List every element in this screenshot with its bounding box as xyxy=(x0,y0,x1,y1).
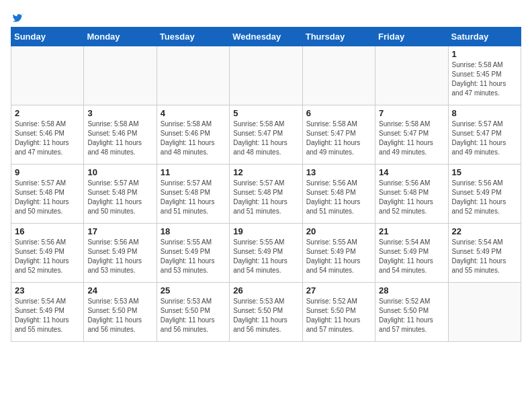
calendar-header-row: SundayMondayTuesdayWednesdayThursdayFrid… xyxy=(11,28,521,46)
day-number: 28 xyxy=(379,285,444,295)
day-info: Sunrise: 5:58 AM Sunset: 5:47 PM Dayligh… xyxy=(379,120,444,157)
day-number: 8 xyxy=(452,108,517,118)
day-number: 15 xyxy=(452,167,517,177)
calendar-cell: 22Sunrise: 5:54 AM Sunset: 5:49 PM Dayli… xyxy=(448,224,521,283)
weekday-header-saturday: Saturday xyxy=(448,28,521,46)
weekday-header-wednesday: Wednesday xyxy=(230,28,302,46)
day-number: 26 xyxy=(233,285,298,295)
calendar-cell: 11Sunrise: 5:57 AM Sunset: 5:48 PM Dayli… xyxy=(157,165,229,224)
calendar-cell xyxy=(11,46,84,105)
day-info: Sunrise: 5:54 AM Sunset: 5:49 PM Dayligh… xyxy=(452,238,517,275)
day-info: Sunrise: 5:57 AM Sunset: 5:48 PM Dayligh… xyxy=(233,179,298,216)
day-info: Sunrise: 5:57 AM Sunset: 5:48 PM Dayligh… xyxy=(161,179,226,216)
day-number: 20 xyxy=(306,226,371,236)
day-info: Sunrise: 5:57 AM Sunset: 5:48 PM Dayligh… xyxy=(87,179,152,216)
calendar-cell: 13Sunrise: 5:56 AM Sunset: 5:48 PM Dayli… xyxy=(302,165,375,224)
calendar-cell xyxy=(84,46,157,105)
day-info: Sunrise: 5:56 AM Sunset: 5:49 PM Dayligh… xyxy=(452,179,517,216)
day-number: 22 xyxy=(452,226,517,236)
day-info: Sunrise: 5:58 AM Sunset: 5:46 PM Dayligh… xyxy=(87,120,152,157)
calendar-cell: 21Sunrise: 5:54 AM Sunset: 5:49 PM Dayli… xyxy=(375,224,448,283)
day-info: Sunrise: 5:58 AM Sunset: 5:47 PM Dayligh… xyxy=(306,120,371,157)
calendar-cell: 9Sunrise: 5:57 AM Sunset: 5:48 PM Daylig… xyxy=(11,165,84,224)
calendar-cell: 2Sunrise: 5:58 AM Sunset: 5:46 PM Daylig… xyxy=(11,105,84,165)
day-number: 16 xyxy=(15,226,80,236)
day-info: Sunrise: 5:58 AM Sunset: 5:46 PM Dayligh… xyxy=(161,120,226,157)
day-info: Sunrise: 5:56 AM Sunset: 5:49 PM Dayligh… xyxy=(87,238,152,275)
calendar-cell xyxy=(302,46,375,105)
weekday-header-friday: Friday xyxy=(375,28,448,46)
calendar-cell xyxy=(230,46,302,105)
calendar-cell xyxy=(157,46,229,105)
calendar-week-2: 2Sunrise: 5:58 AM Sunset: 5:46 PM Daylig… xyxy=(11,105,521,165)
calendar-cell: 19Sunrise: 5:55 AM Sunset: 5:49 PM Dayli… xyxy=(230,224,302,283)
day-number: 3 xyxy=(87,108,152,118)
calendar-cell xyxy=(375,46,448,105)
day-number: 19 xyxy=(233,226,298,236)
day-number: 2 xyxy=(15,108,80,118)
day-info: Sunrise: 5:57 AM Sunset: 5:48 PM Dayligh… xyxy=(15,179,80,216)
calendar-cell: 28Sunrise: 5:52 AM Sunset: 5:50 PM Dayli… xyxy=(375,283,448,342)
calendar-week-3: 9Sunrise: 5:57 AM Sunset: 5:48 PM Daylig… xyxy=(11,165,521,224)
calendar-cell: 17Sunrise: 5:56 AM Sunset: 5:49 PM Dayli… xyxy=(84,224,157,283)
day-info: Sunrise: 5:56 AM Sunset: 5:48 PM Dayligh… xyxy=(306,179,371,216)
logo-bird-icon xyxy=(12,11,24,23)
calendar-cell: 7Sunrise: 5:58 AM Sunset: 5:47 PM Daylig… xyxy=(375,105,448,165)
calendar-cell: 16Sunrise: 5:56 AM Sunset: 5:49 PM Dayli… xyxy=(11,224,84,283)
day-number: 24 xyxy=(87,285,152,295)
day-info: Sunrise: 5:52 AM Sunset: 5:50 PM Dayligh… xyxy=(379,297,444,334)
weekday-header-tuesday: Tuesday xyxy=(157,28,229,46)
day-number: 10 xyxy=(87,167,152,177)
calendar-cell: 8Sunrise: 5:57 AM Sunset: 5:47 PM Daylig… xyxy=(448,105,521,165)
calendar-week-1: 1Sunrise: 5:58 AM Sunset: 5:45 PM Daylig… xyxy=(11,46,521,105)
day-number: 18 xyxy=(161,226,226,236)
day-number: 4 xyxy=(161,108,226,118)
weekday-header-sunday: Sunday xyxy=(11,28,84,46)
day-number: 12 xyxy=(233,167,298,177)
day-number: 21 xyxy=(379,226,444,236)
calendar-cell: 20Sunrise: 5:55 AM Sunset: 5:49 PM Dayli… xyxy=(302,224,375,283)
calendar-cell: 27Sunrise: 5:52 AM Sunset: 5:50 PM Dayli… xyxy=(302,283,375,342)
day-info: Sunrise: 5:53 AM Sunset: 5:50 PM Dayligh… xyxy=(233,297,298,334)
logo xyxy=(11,11,24,21)
day-number: 27 xyxy=(306,285,371,295)
day-number: 5 xyxy=(233,108,298,118)
calendar-cell: 14Sunrise: 5:56 AM Sunset: 5:48 PM Dayli… xyxy=(375,165,448,224)
day-info: Sunrise: 5:58 AM Sunset: 5:45 PM Dayligh… xyxy=(452,60,517,98)
day-number: 9 xyxy=(15,167,80,177)
day-info: Sunrise: 5:53 AM Sunset: 5:50 PM Dayligh… xyxy=(161,297,226,334)
day-info: Sunrise: 5:55 AM Sunset: 5:49 PM Dayligh… xyxy=(306,238,371,275)
day-info: Sunrise: 5:53 AM Sunset: 5:50 PM Dayligh… xyxy=(87,297,152,334)
calendar-cell: 15Sunrise: 5:56 AM Sunset: 5:49 PM Dayli… xyxy=(448,165,521,224)
calendar-table: SundayMondayTuesdayWednesdayThursdayFrid… xyxy=(11,27,521,342)
day-info: Sunrise: 5:58 AM Sunset: 5:47 PM Dayligh… xyxy=(233,120,298,157)
calendar-week-4: 16Sunrise: 5:56 AM Sunset: 5:49 PM Dayli… xyxy=(11,224,521,283)
calendar-cell: 12Sunrise: 5:57 AM Sunset: 5:48 PM Dayli… xyxy=(230,165,302,224)
calendar-cell: 1Sunrise: 5:58 AM Sunset: 5:45 PM Daylig… xyxy=(448,46,521,105)
calendar-cell: 26Sunrise: 5:53 AM Sunset: 5:50 PM Dayli… xyxy=(230,283,302,342)
calendar-cell: 3Sunrise: 5:58 AM Sunset: 5:46 PM Daylig… xyxy=(84,105,157,165)
day-info: Sunrise: 5:57 AM Sunset: 5:47 PM Dayligh… xyxy=(452,120,517,157)
page-header xyxy=(11,11,521,21)
weekday-header-monday: Monday xyxy=(84,28,157,46)
calendar-week-5: 23Sunrise: 5:54 AM Sunset: 5:49 PM Dayli… xyxy=(11,283,521,342)
day-number: 13 xyxy=(306,167,371,177)
day-info: Sunrise: 5:55 AM Sunset: 5:49 PM Dayligh… xyxy=(233,238,298,275)
day-info: Sunrise: 5:55 AM Sunset: 5:49 PM Dayligh… xyxy=(161,238,226,275)
day-number: 14 xyxy=(379,167,444,177)
day-info: Sunrise: 5:54 AM Sunset: 5:49 PM Dayligh… xyxy=(15,297,80,334)
day-number: 25 xyxy=(161,285,226,295)
calendar-cell: 25Sunrise: 5:53 AM Sunset: 5:50 PM Dayli… xyxy=(157,283,229,342)
calendar-cell xyxy=(448,283,521,342)
calendar-cell: 5Sunrise: 5:58 AM Sunset: 5:47 PM Daylig… xyxy=(230,105,302,165)
day-info: Sunrise: 5:52 AM Sunset: 5:50 PM Dayligh… xyxy=(306,297,371,334)
day-number: 17 xyxy=(87,226,152,236)
calendar-cell: 4Sunrise: 5:58 AM Sunset: 5:46 PM Daylig… xyxy=(157,105,229,165)
day-number: 11 xyxy=(161,167,226,177)
day-number: 6 xyxy=(306,108,371,118)
day-number: 23 xyxy=(15,285,80,295)
calendar-cell: 24Sunrise: 5:53 AM Sunset: 5:50 PM Dayli… xyxy=(84,283,157,342)
calendar-cell: 10Sunrise: 5:57 AM Sunset: 5:48 PM Dayli… xyxy=(84,165,157,224)
calendar-cell: 18Sunrise: 5:55 AM Sunset: 5:49 PM Dayli… xyxy=(157,224,229,283)
calendar-cell: 6Sunrise: 5:58 AM Sunset: 5:47 PM Daylig… xyxy=(302,105,375,165)
